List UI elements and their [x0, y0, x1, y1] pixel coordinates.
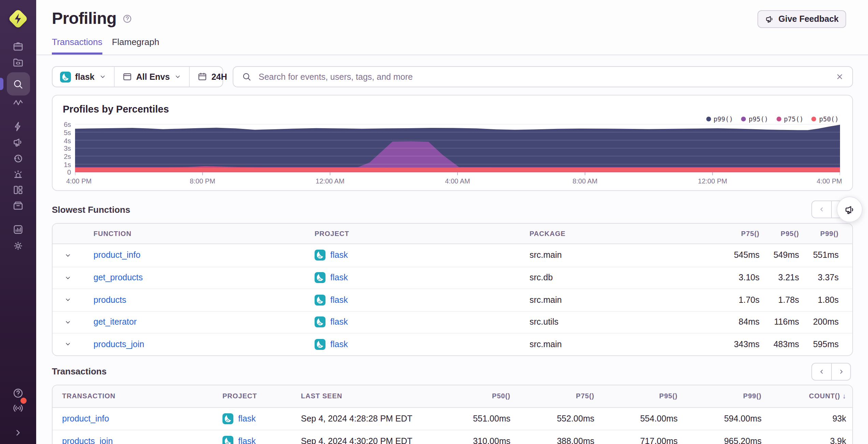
- sidebar-item-dashboards[interactable]: [11, 182, 26, 197]
- sidebar-item-collapse[interactable]: [11, 425, 26, 440]
- count-value: 3.9k: [762, 436, 846, 444]
- expand-row-button[interactable]: [53, 311, 83, 333]
- p95-value: 717.00ms: [594, 436, 678, 444]
- legend-item[interactable]: p99(): [706, 115, 733, 123]
- p50-value: 551.00ms: [437, 414, 510, 424]
- p99-value: 3.37s: [799, 273, 839, 283]
- project-filter[interactable]: flask: [53, 67, 114, 87]
- give-feedback-button[interactable]: Give Feedback: [757, 10, 847, 28]
- transactions-header: Transactions: [52, 362, 853, 380]
- expand-row-button[interactable]: [53, 244, 83, 266]
- legend-label: p75(): [784, 115, 804, 123]
- x-axis-label: 4:00 PM: [66, 177, 91, 185]
- floating-feedback-button[interactable]: [837, 196, 863, 222]
- next-page-button[interactable]: [831, 362, 851, 380]
- settings-icon: [12, 240, 24, 251]
- project-link[interactable]: flask: [330, 251, 348, 260]
- p95-value: 549ms: [760, 251, 799, 260]
- y-axis-label: 3s: [53, 145, 71, 152]
- legend-item[interactable]: p50(): [812, 115, 839, 123]
- transaction-link[interactable]: products_join: [62, 436, 113, 444]
- column-header: PROJECT: [305, 230, 520, 237]
- profiling-page: Profiling Give Feedback Transactions Fla…: [0, 0, 868, 444]
- column-header[interactable]: P99(): [678, 392, 762, 400]
- p95-value: 483ms: [760, 340, 799, 349]
- p99-value: 551ms: [799, 251, 839, 260]
- transaction-link[interactable]: product_info: [62, 414, 109, 424]
- page-help-icon[interactable]: [122, 13, 132, 24]
- percentiles-chart[interactable]: [75, 124, 840, 176]
- p95-value: 3.21s: [760, 273, 799, 283]
- sidebar-item-settings[interactable]: [11, 238, 26, 253]
- chevron-down-icon: [99, 73, 106, 80]
- p99-value: 965.20ms: [678, 436, 762, 444]
- column-header[interactable]: TRANSACTION: [62, 392, 222, 400]
- sidebar-item-issues[interactable]: [11, 39, 26, 54]
- project-link[interactable]: flask: [330, 295, 348, 305]
- sidebar-item-explore[interactable]: [6, 72, 30, 95]
- p75-value: 552.00ms: [510, 414, 594, 424]
- sentry-logo-icon[interactable]: [9, 10, 27, 28]
- tab-transactions[interactable]: Transactions: [52, 37, 102, 55]
- environment-filter[interactable]: All Envs: [114, 67, 189, 87]
- column-header[interactable]: P75(): [510, 392, 594, 400]
- flask-project-icon: [315, 339, 326, 350]
- column-header[interactable]: P95(): [594, 392, 678, 400]
- legend-dot-icon: [812, 117, 816, 121]
- replays-icon: [12, 152, 24, 164]
- legend-item[interactable]: p95(): [741, 115, 768, 123]
- project-link[interactable]: flask: [330, 317, 348, 327]
- sidebar-item-feedback[interactable]: [11, 134, 26, 149]
- function-link[interactable]: products: [93, 295, 126, 305]
- window-icon: [122, 72, 132, 82]
- clear-search-icon[interactable]: [835, 72, 844, 81]
- search-input[interactable]: [257, 71, 830, 82]
- function-link[interactable]: get_products: [93, 273, 143, 283]
- table-row: products_joinflaskSep 4, 2024 4:30:20 PM…: [53, 430, 852, 444]
- sidebar-item-alerts[interactable]: [11, 166, 26, 181]
- main-area: Profiling Give Feedback Transactions Fla…: [36, 0, 868, 444]
- function-link[interactable]: products_join: [93, 340, 144, 349]
- transactions-pager: [811, 362, 851, 380]
- project-link[interactable]: flask: [330, 273, 348, 283]
- releases-icon: [12, 199, 24, 211]
- p75-value: 1.70s: [677, 295, 760, 305]
- flask-project-icon: [315, 295, 326, 306]
- prev-page-button[interactable]: [811, 201, 831, 218]
- p95-value: 1.78s: [760, 295, 799, 305]
- sidebar-item-stats[interactable]: [11, 222, 26, 237]
- function-link[interactable]: get_iterator: [93, 317, 136, 327]
- column-header: P75(): [677, 230, 760, 237]
- legend-item[interactable]: p75(): [777, 115, 804, 123]
- help-icon: [12, 387, 24, 399]
- sidebar-item-replays[interactable]: [11, 151, 26, 166]
- p99-value: 594.00ms: [678, 414, 762, 424]
- column-header[interactable]: LAST SEEN: [301, 392, 437, 400]
- table-row: products_joinflasksrc.main343ms483ms595m…: [53, 333, 852, 355]
- project-link[interactable]: flask: [238, 436, 256, 444]
- prev-page-button[interactable]: [811, 362, 831, 380]
- sidebar-item-releases[interactable]: [11, 198, 26, 213]
- project-link[interactable]: flask: [330, 340, 348, 349]
- column-header[interactable]: COUNT() ↓: [762, 392, 846, 400]
- slowest-functions-table: FUNCTIONPROJECTPACKAGEP75()P95()P99() pr…: [52, 223, 853, 356]
- column-header[interactable]: P50(): [437, 392, 510, 400]
- last-seen-cell: Sep 4, 2024 4:30:20 PM EDT: [301, 436, 437, 444]
- y-axis-label: 6s: [53, 121, 71, 128]
- expand-row-button[interactable]: [53, 334, 83, 355]
- expand-row-button[interactable]: [53, 267, 83, 288]
- p99-value: 595ms: [799, 340, 839, 349]
- sidebar-item-performance[interactable]: [11, 95, 26, 110]
- function-link[interactable]: product_info: [93, 251, 141, 260]
- x-axis-label: 12:00 PM: [698, 177, 727, 185]
- column-header[interactable]: PROJECT: [222, 392, 301, 400]
- project-link[interactable]: flask: [238, 414, 256, 424]
- performance-icon: [12, 97, 24, 108]
- tab-flamegraph[interactable]: Flamegraph: [112, 37, 159, 55]
- sidebar-item-quickstart[interactable]: [11, 119, 26, 134]
- p75-value: 3.10s: [677, 273, 760, 283]
- sidebar-item-projects[interactable]: [11, 55, 26, 70]
- x-axis-label: 8:00 AM: [573, 177, 597, 185]
- p75-value: 545ms: [677, 251, 760, 260]
- expand-row-button[interactable]: [53, 289, 83, 311]
